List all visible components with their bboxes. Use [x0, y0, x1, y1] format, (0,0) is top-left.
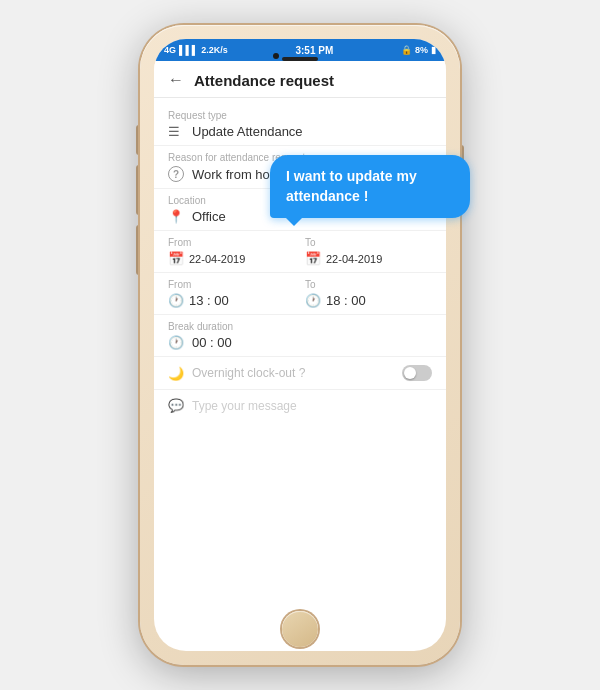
break-row: 🕐 00 : 00	[168, 335, 432, 350]
clock-to-icon: 🕐	[305, 293, 321, 308]
date-from-row: 📅 22-04-2019	[168, 251, 295, 266]
date-to-value[interactable]: 22-04-2019	[326, 253, 382, 265]
time-from-field: From 🕐 13 : 00	[168, 279, 295, 308]
overnight-label: Overnight clock-out ?	[192, 366, 305, 380]
date-to-label: To	[305, 237, 432, 248]
home-button[interactable]	[282, 611, 318, 647]
overnight-field: 🌙 Overnight clock-out ?	[154, 357, 446, 390]
front-camera	[273, 53, 279, 59]
list-icon: ☰	[168, 124, 184, 139]
battery-icon: ▮	[431, 45, 436, 55]
back-button[interactable]: ←	[168, 71, 184, 89]
data-speed: 2.2K/s	[201, 45, 228, 55]
date-to-row: 📅 22-04-2019	[305, 251, 432, 266]
time-from-value[interactable]: 13 : 00	[189, 293, 229, 308]
calendar-to-icon: 📅	[305, 251, 321, 266]
clock-from-icon: 🕐	[168, 293, 184, 308]
time-from-label: From	[168, 279, 295, 290]
network-indicator: 4G	[164, 45, 176, 55]
location-icon: 📍	[168, 209, 184, 224]
overnight-toggle[interactable]	[402, 365, 432, 381]
status-right: 🔒 8% ▮	[401, 45, 436, 55]
time-from-row: 🕐 13 : 00	[168, 293, 295, 308]
message-icon: 💬	[168, 398, 184, 413]
toggle-knob	[404, 367, 416, 379]
request-type-value[interactable]: Update Attendance	[192, 124, 303, 139]
message-placeholder[interactable]: Type your message	[192, 399, 297, 413]
phone-screen: 4G ▌▌▌ 2.2K/s 3:51 PM 🔒 8% ▮ ← Attendanc…	[154, 39, 446, 651]
break-field: Break duration 🕐 00 : 00	[154, 315, 446, 357]
request-type-row: ☰ Update Attendance	[168, 124, 432, 139]
time-to-label: To	[305, 279, 432, 290]
request-type-field: Request type ☰ Update Attendance	[154, 104, 446, 146]
date-from-field: From 📅 22-04-2019	[168, 237, 295, 266]
break-label: Break duration	[168, 321, 432, 332]
status-left: 4G ▌▌▌ 2.2K/s	[164, 45, 228, 55]
chat-bubble: I want to update my attendance !	[270, 155, 470, 218]
status-time: 3:51 PM	[295, 45, 333, 56]
message-field[interactable]: 💬 Type your message	[154, 390, 446, 421]
request-type-label: Request type	[168, 110, 432, 121]
app-header: ← Attendance request	[154, 61, 446, 98]
time-to-field: To 🕐 18 : 00	[305, 279, 432, 308]
page-title: Attendance request	[194, 72, 334, 89]
date-from-value[interactable]: 22-04-2019	[189, 253, 245, 265]
chat-bubble-wrapper: I want to update my attendance !	[270, 155, 470, 218]
speaker	[282, 57, 318, 61]
break-clock-icon: 🕐	[168, 335, 184, 350]
date-fields: From 📅 22-04-2019 To 📅 22-04-2019	[154, 231, 446, 273]
calendar-from-icon: 📅	[168, 251, 184, 266]
time-fields: From 🕐 13 : 00 To 🕐 18 : 00	[154, 273, 446, 315]
lock-icon: 🔒	[401, 45, 412, 55]
phone-mockup: 4G ▌▌▌ 2.2K/s 3:51 PM 🔒 8% ▮ ← Attendanc…	[140, 25, 460, 665]
break-value[interactable]: 00 : 00	[192, 335, 232, 350]
moon-icon: 🌙	[168, 366, 184, 381]
date-from-label: From	[168, 237, 295, 248]
time-to-value[interactable]: 18 : 00	[326, 293, 366, 308]
phone-body: 4G ▌▌▌ 2.2K/s 3:51 PM 🔒 8% ▮ ← Attendanc…	[140, 25, 460, 665]
signal-bars: ▌▌▌	[179, 45, 198, 55]
date-to-field: To 📅 22-04-2019	[305, 237, 432, 266]
overnight-left: 🌙 Overnight clock-out ?	[168, 366, 305, 381]
battery-level: 8%	[415, 45, 428, 55]
time-to-row: 🕐 18 : 00	[305, 293, 432, 308]
chat-bubble-text: I want to update my attendance !	[286, 168, 417, 204]
location-value[interactable]: Office	[192, 209, 226, 224]
reason-icon: ?	[168, 166, 184, 182]
